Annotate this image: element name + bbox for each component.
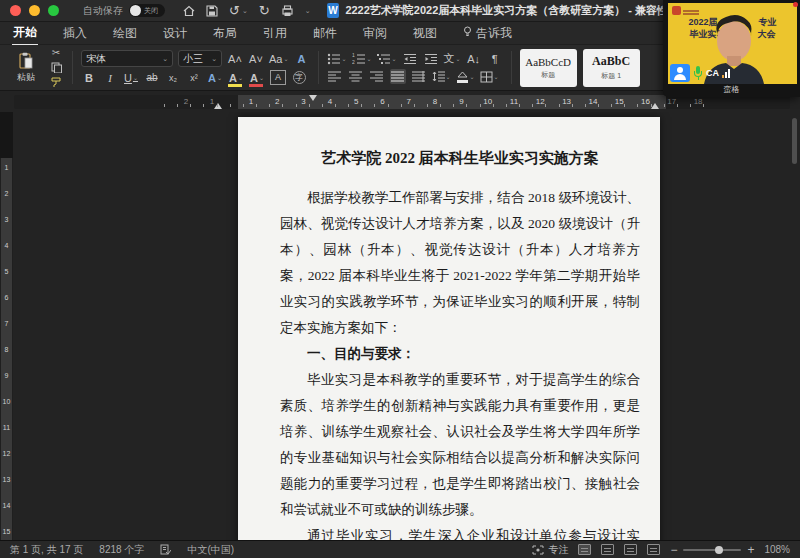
tab-review[interactable]: 审阅: [362, 22, 388, 45]
grow-font-button[interactable]: A˄: [227, 51, 243, 66]
vertical-ruler[interactable]: 123456789101112131415: [0, 112, 13, 540]
tab-insert[interactable]: 插入: [62, 22, 88, 45]
undo-icon[interactable]: ↺⌄: [229, 3, 248, 18]
microphone-icon[interactable]: [693, 65, 703, 81]
focus-mode-button[interactable]: 专注: [532, 543, 568, 557]
tab-tell-me[interactable]: 告诉我: [462, 22, 513, 45]
horizontal-ruler[interactable]: 21123456789101112131415161718: [14, 95, 790, 109]
vertical-scrollbar-thumb[interactable]: [792, 118, 797, 164]
font-name-select[interactable]: 宋体⌄: [81, 50, 173, 67]
document-area[interactable]: 123456789101112131415 艺术学院 2022 届本科生毕业实习…: [0, 112, 800, 540]
print-layout-view-button[interactable]: [578, 544, 591, 555]
cut-icon[interactable]: ✂: [48, 47, 64, 59]
decrease-indent-icon[interactable]: [402, 51, 418, 66]
zoom-track[interactable]: [683, 549, 741, 551]
strikethrough-button[interactable]: ab: [144, 70, 160, 85]
subscript-button[interactable]: x₂: [165, 70, 181, 85]
paste-button[interactable]: 粘贴: [6, 47, 46, 89]
character-border-button[interactable]: A: [270, 70, 286, 85]
ruler-number: 17: [667, 97, 676, 106]
align-center-icon[interactable]: [348, 69, 364, 84]
tab-references[interactable]: 引用: [262, 22, 288, 45]
proofing-status[interactable]: [160, 544, 171, 555]
shrink-font-button[interactable]: A˅: [248, 51, 264, 66]
hanging-indent-marker[interactable]: [214, 103, 222, 109]
tab-view[interactable]: 视图: [412, 22, 438, 45]
borders-icon[interactable]: ⌄: [480, 69, 499, 84]
change-case-button[interactable]: Aa⌄: [269, 51, 289, 66]
video-call-overlay[interactable]: 2022届 口口口口 专业 毕业实习 口口口 大会 CA: [663, 0, 800, 97]
ruler-tick: [361, 104, 362, 107]
align-left-icon[interactable]: [327, 69, 343, 84]
highlight-color-button[interactable]: A⌄: [228, 70, 244, 85]
tab-layout[interactable]: 布局: [212, 22, 238, 45]
right-indent-marker[interactable]: [651, 103, 659, 109]
tab-mailings[interactable]: 邮件: [312, 22, 338, 45]
ruler-tick: [651, 104, 652, 107]
redo-icon[interactable]: ↻: [259, 3, 270, 18]
sort-icon[interactable]: A↓: [466, 51, 482, 66]
undo-dropdown-caret[interactable]: ⌄: [242, 7, 248, 15]
ruler-tick: [256, 104, 257, 107]
web-layout-view-button[interactable]: [624, 544, 637, 555]
text-effects-button[interactable]: A⌄: [207, 70, 223, 85]
participants-icon[interactable]: [670, 64, 690, 82]
word-count[interactable]: 8218 个字: [99, 543, 144, 557]
read-mode-view-button[interactable]: [601, 544, 614, 555]
multilevel-list-icon[interactable]: ⌄: [377, 51, 397, 66]
language-indicator[interactable]: 中文(中国): [187, 543, 234, 557]
document-page[interactable]: 艺术学院 2022 届本科生毕业实习实施方案 根据学校教学工作部署与安排，结合 …: [238, 117, 660, 540]
home-icon[interactable]: [183, 5, 195, 17]
zoom-out-icon[interactable]: −: [670, 543, 677, 557]
copy-icon[interactable]: [48, 62, 64, 74]
superscript-button[interactable]: x²: [186, 70, 202, 85]
pilcrow-icon[interactable]: ¶: [487, 51, 503, 66]
font-color-button[interactable]: A⌄: [249, 70, 265, 85]
zoom-slider[interactable]: − +: [670, 543, 754, 557]
clear-formatting-button[interactable]: A: [294, 51, 310, 66]
underline-button[interactable]: U⌄: [123, 70, 139, 85]
tab-design[interactable]: 设计: [162, 22, 188, 45]
tab-home[interactable]: 开始: [12, 21, 38, 46]
ruler-number: 13: [562, 97, 571, 106]
print-icon[interactable]: [281, 5, 294, 17]
style-label: 标题 1: [601, 71, 621, 81]
zoom-in-icon[interactable]: +: [747, 543, 754, 557]
participant-name-label: 蛮格: [663, 84, 800, 96]
format-painter-icon[interactable]: [48, 77, 64, 89]
italic-button[interactable]: I: [102, 70, 118, 85]
phonetic-guide-icon[interactable]: 文⌄: [444, 51, 461, 66]
page-indicator[interactable]: 第 1 页, 共 17 页: [10, 543, 83, 557]
ruler-number: 2: [0, 190, 13, 197]
increase-indent-icon[interactable]: [423, 51, 439, 66]
distribute-icon[interactable]: [411, 69, 427, 84]
toolbar-more-caret[interactable]: ⌄: [305, 7, 311, 15]
ruler-tick: [401, 104, 402, 107]
zoom-window-button[interactable]: [48, 5, 59, 16]
outline-view-button[interactable]: [647, 544, 660, 555]
save-icon[interactable]: [206, 5, 218, 17]
line-spacing-icon[interactable]: ⌄: [432, 69, 451, 84]
document-content[interactable]: 艺术学院 2022 届本科生毕业实习实施方案 根据学校教学工作部署与安排，结合 …: [238, 117, 660, 540]
minimize-window-button[interactable]: [29, 5, 40, 16]
close-window-button[interactable]: [10, 5, 21, 16]
bullet-list-icon[interactable]: ⌄: [327, 51, 347, 66]
justify-icon[interactable]: [390, 69, 406, 84]
zoom-level[interactable]: 108%: [764, 544, 790, 555]
ruler-number: 9: [0, 372, 13, 379]
recording-dot-icon: [793, 2, 798, 7]
first-line-indent-marker[interactable]: [309, 95, 317, 101]
bold-button[interactable]: B: [81, 70, 97, 85]
ruler-tick: [572, 104, 573, 107]
enclose-character-button[interactable]: 字: [291, 70, 307, 85]
font-size-select[interactable]: 小三⌄: [178, 50, 222, 67]
style-heading-1[interactable]: AaBbC 标题 1: [583, 49, 640, 87]
numbered-list-icon[interactable]: 12⌄: [352, 51, 372, 66]
style-normal[interactable]: AaBbCcD 标题: [520, 49, 577, 87]
autosave-toggle[interactable]: 关闭: [129, 4, 165, 17]
document-paragraph: 根据学校教学工作部署与安排，结合 2018 级环境设计、园林、视觉传达设计人才培…: [280, 185, 640, 341]
align-right-icon[interactable]: [369, 69, 385, 84]
zoom-thumb[interactable]: [715, 546, 723, 554]
tab-draw[interactable]: 绘图: [112, 22, 138, 45]
shading-icon[interactable]: ⌄: [456, 69, 475, 84]
